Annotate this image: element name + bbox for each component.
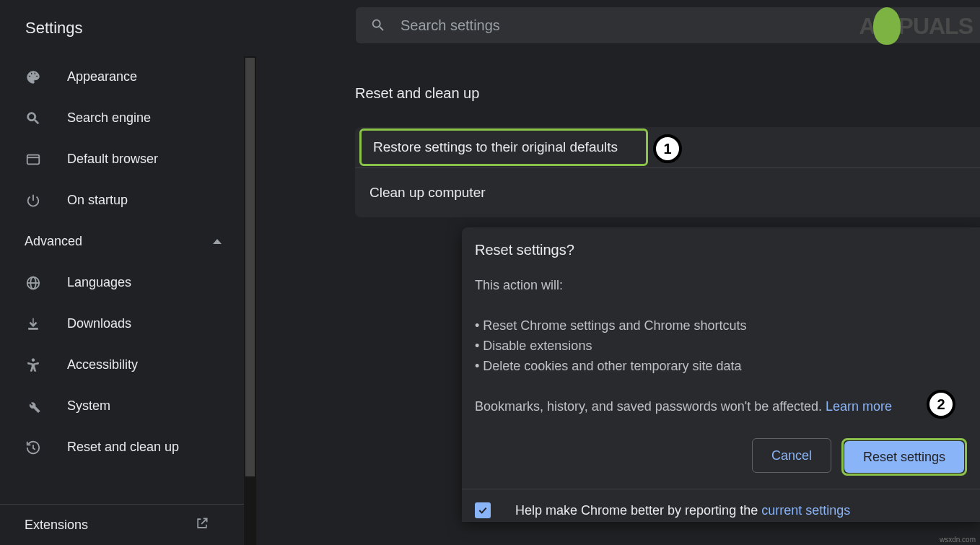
sidebar: Appearance Search engine Default browser… <box>0 56 256 545</box>
sidebar-item-accessibility[interactable]: Accessibility <box>0 344 256 385</box>
chevron-up-icon <box>213 239 222 244</box>
scrollbar-thumb[interactable] <box>245 58 255 476</box>
dialog-bullets: • Reset Chrome settings and Chrome short… <box>475 316 967 377</box>
report-checkbox-row[interactable]: Help make Chrome better by reporting the… <box>462 489 980 522</box>
sidebar-item-label: Languages <box>67 275 131 290</box>
dialog-intro: This action will: <box>475 276 967 296</box>
sidebar-item-label: Search engine <box>67 110 151 126</box>
palette-icon <box>25 69 42 86</box>
accessibility-icon <box>25 357 42 374</box>
dialog-footer-text: Bookmarks, history, and saved passwords … <box>475 397 967 417</box>
search-icon <box>25 110 42 127</box>
sidebar-item-extensions[interactable]: Extensions <box>0 504 244 545</box>
cleanup-computer-row[interactable]: Clean up computer <box>355 168 980 217</box>
sidebar-item-label: Downloads <box>67 316 131 331</box>
checkbox-checked-icon[interactable] <box>475 502 491 518</box>
download-icon <box>25 315 42 333</box>
sidebar-item-appearance[interactable]: Appearance <box>0 56 256 97</box>
globe-icon <box>25 274 42 292</box>
logo: A PUALS <box>859 7 973 45</box>
annotation-badge-2: 2 <box>927 390 955 419</box>
current-settings-link[interactable]: current settings <box>761 503 850 518</box>
sidebar-item-label: Default browser <box>67 152 158 167</box>
sidebar-item-label: System <box>67 398 110 414</box>
external-link-icon <box>195 516 209 533</box>
sidebar-item-label: On startup <box>67 193 128 208</box>
restore-defaults-row[interactable]: Restore settings to their original defau… <box>359 128 648 166</box>
dialog-bullet: • Delete cookies and other temporary sit… <box>475 357 967 377</box>
checkbox-label-text: Help make Chrome better by reporting the <box>515 503 761 518</box>
logo-mascot-icon <box>873 7 901 45</box>
sidebar-item-reset[interactable]: Reset and clean up <box>0 427 256 468</box>
svg-point-5 <box>32 358 35 361</box>
section-title: Reset and clean up <box>355 85 980 102</box>
dialog-bullet: • Disable extensions <box>475 336 967 357</box>
scrollbar[interactable] <box>244 56 256 545</box>
annotation-badge-1: 1 <box>653 134 682 163</box>
dialog-footer-span: Bookmarks, history, and saved passwords … <box>475 399 826 414</box>
checkbox-label: Help make Chrome better by reporting the… <box>515 503 850 518</box>
sidebar-item-on-startup[interactable]: On startup <box>0 180 256 221</box>
reset-dialog: Reset settings? This action will: • Rese… <box>462 227 980 522</box>
sidebar-item-search-engine[interactable]: Search engine <box>0 97 256 139</box>
svg-rect-0 <box>27 154 40 164</box>
browser-icon <box>25 151 42 168</box>
dialog-title: Reset settings? <box>462 242 980 258</box>
cancel-button[interactable]: Cancel <box>752 438 831 473</box>
logo-text-right: PUALS <box>898 13 973 40</box>
reset-button-highlight: Reset settings <box>841 438 967 476</box>
watermark: wsxdn.com <box>940 536 976 544</box>
learn-more-link[interactable]: Learn more <box>826 399 892 414</box>
page-title: Settings <box>25 19 83 38</box>
sidebar-item-label: Reset and clean up <box>67 440 179 455</box>
sidebar-item-downloads[interactable]: Downloads <box>0 303 256 344</box>
dialog-bullet: • Reset Chrome settings and Chrome short… <box>475 316 967 336</box>
sidebar-item-languages[interactable]: Languages <box>0 262 256 303</box>
history-icon <box>25 439 42 456</box>
sidebar-group-advanced[interactable]: Advanced <box>0 221 256 262</box>
search-icon <box>370 17 386 33</box>
sidebar-item-label: Appearance <box>67 69 137 84</box>
sidebar-group-label: Advanced <box>25 234 213 249</box>
reset-settings-button[interactable]: Reset settings <box>844 441 964 473</box>
search-input[interactable] <box>401 17 834 34</box>
power-icon <box>25 192 42 209</box>
sidebar-item-default-browser[interactable]: Default browser <box>0 139 256 180</box>
sidebar-item-label: Accessibility <box>67 357 138 372</box>
sidebar-item-system[interactable]: System <box>0 385 256 427</box>
sidebar-item-label: Extensions <box>25 518 195 533</box>
wrench-icon <box>25 398 42 415</box>
